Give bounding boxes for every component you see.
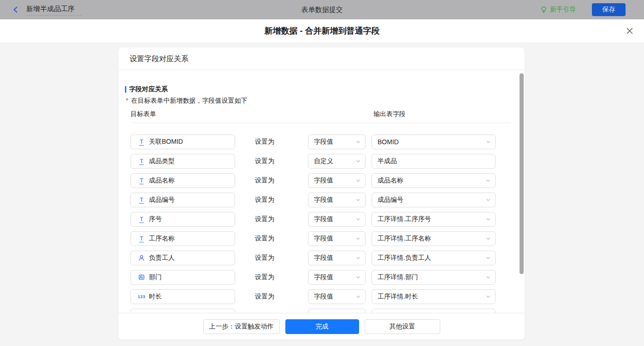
target-field-label: 序号 bbox=[149, 215, 162, 223]
target-field-label: 成品编号 bbox=[149, 196, 175, 204]
chevron-down-icon bbox=[356, 159, 360, 164]
text-field-icon: T bbox=[137, 139, 146, 146]
required-note: *在目标表单中新增数据，字段值设置如下 bbox=[126, 97, 525, 104]
chevron-down-icon bbox=[486, 140, 490, 144]
set-as-label: 设置为 bbox=[255, 273, 274, 281]
chevron-down-icon bbox=[356, 198, 360, 202]
save-button[interactable]: 保存 bbox=[592, 3, 626, 16]
output-field-label: 工序详情.时长 bbox=[378, 293, 418, 301]
mapping-row: T工序名称设置为字段值工序详情.工序名称 bbox=[130, 231, 525, 246]
output-field-select[interactable]: 工序详情.时长 bbox=[372, 289, 496, 304]
value-mode-label: 字段值 bbox=[314, 215, 333, 223]
prev-step-button[interactable]: 上一步：设置触发动作 bbox=[203, 319, 280, 334]
chevron-down-icon bbox=[356, 294, 360, 299]
set-as-label: 设置为 bbox=[255, 293, 274, 301]
set-as-label: 设置为 bbox=[255, 254, 274, 262]
value-mode-select[interactable]: 字段值 bbox=[308, 270, 366, 285]
output-field-select[interactable]: BOMID bbox=[372, 135, 496, 149]
mapping-row: 负责工人设置为字段值工序详情.负责工人 bbox=[130, 251, 525, 265]
text-field-icon: T bbox=[137, 158, 146, 165]
output-field-label: 半成品 bbox=[378, 157, 397, 165]
output-field-select[interactable]: 工序详情.负责工人 bbox=[372, 251, 496, 265]
value-mode-select[interactable]: 字段值 bbox=[308, 173, 366, 188]
value-mode-select[interactable]: 字段值 bbox=[308, 251, 366, 265]
target-field-input[interactable]: T关联BOMID bbox=[130, 135, 235, 149]
output-field-label: 工序详情.工序序号 bbox=[378, 215, 431, 223]
set-as-label: 设置为 bbox=[255, 157, 274, 165]
other-settings-button[interactable]: 其他设置 bbox=[365, 319, 440, 334]
set-as-label: 设置为 bbox=[255, 215, 274, 223]
target-field-input[interactable]: T工序名称 bbox=[130, 231, 235, 246]
target-field-input[interactable]: T成品类型 bbox=[130, 154, 235, 169]
output-field-select[interactable] bbox=[372, 309, 496, 313]
back-icon[interactable] bbox=[12, 6, 19, 13]
section-marker bbox=[125, 86, 126, 93]
text-field-icon: T bbox=[137, 235, 146, 242]
chevron-down-icon bbox=[486, 236, 490, 241]
value-mode-select[interactable]: 字段值 bbox=[308, 212, 366, 227]
dialog-body: 设置字段对应关系 字段对应关系 *在目标表单中新增数据，字段值设置如下 目标表单… bbox=[0, 42, 644, 346]
text-field-icon: T bbox=[137, 216, 146, 223]
value-mode-label: 字段值 bbox=[314, 176, 333, 185]
value-mode-select[interactable] bbox=[308, 309, 366, 313]
output-field-input[interactable]: 半成品 bbox=[372, 154, 496, 169]
chevron-down-icon bbox=[486, 256, 490, 260]
target-field-input[interactable]: T序号 bbox=[130, 212, 235, 227]
close-icon[interactable] bbox=[626, 27, 633, 35]
chevron-down-icon bbox=[356, 140, 360, 144]
value-mode-select[interactable]: 字段值 bbox=[308, 193, 366, 207]
value-mode-select[interactable]: 字段值 bbox=[308, 135, 366, 149]
user-field-icon bbox=[137, 254, 146, 262]
chevron-down-icon bbox=[356, 217, 360, 222]
target-field-label: 负责工人 bbox=[149, 254, 175, 262]
output-field-select[interactable]: 成品编号 bbox=[372, 193, 496, 207]
topbar: 表单数据提交 新增半成品工序 新手引导 保存 bbox=[0, 0, 644, 19]
output-field-label: 成品编号 bbox=[378, 196, 403, 204]
chevron-down-icon bbox=[486, 198, 490, 202]
card-footer: 上一步：设置触发动作 完成 其他设置 bbox=[118, 313, 525, 340]
text-field-icon: T bbox=[137, 177, 146, 184]
flow-name[interactable]: 新增半成品工序 bbox=[26, 4, 81, 16]
dialog-title: 新增数据 - 合并新增到普通字段 bbox=[265, 25, 380, 36]
scrollbar-thumb[interactable] bbox=[520, 73, 524, 274]
chevron-down-icon bbox=[356, 275, 360, 280]
target-field-input[interactable]: 负责工人 bbox=[130, 251, 235, 265]
target-form-header: 目标表单 bbox=[130, 111, 373, 117]
output-field-label: 工序详情.部门 bbox=[378, 273, 418, 281]
target-field-input[interactable]: 部门 bbox=[130, 270, 235, 285]
output-field-label: 工序详情.工序名称 bbox=[378, 235, 431, 243]
value-mode-label: 字段值 bbox=[314, 254, 333, 262]
mapping-row: 部门设置为字段值工序详情.部门 bbox=[130, 270, 525, 285]
text-field-icon: T bbox=[137, 197, 146, 204]
output-field-select[interactable]: 成品名称 bbox=[372, 173, 496, 188]
target-field-label: 成品类型 bbox=[149, 157, 175, 165]
value-mode-select[interactable]: 自定义 bbox=[308, 154, 366, 169]
card-title: 设置字段对应关系 bbox=[118, 47, 525, 70]
output-field-select[interactable]: 工序详情.工序序号 bbox=[372, 212, 496, 227]
chevron-down-icon bbox=[356, 178, 360, 183]
target-field-input[interactable]: 123时长 bbox=[130, 289, 235, 304]
done-button[interactable]: 完成 bbox=[285, 319, 359, 334]
department-field-icon bbox=[137, 274, 146, 281]
header-divider bbox=[130, 123, 511, 123]
target-field-label: 部门 bbox=[149, 273, 162, 281]
scroll-area: 字段对应关系 *在目标表单中新增数据，字段值设置如下 目标表单 输出表字段 T关… bbox=[118, 70, 525, 313]
value-mode-label: 字段值 bbox=[314, 196, 333, 204]
target-field-input[interactable] bbox=[130, 309, 235, 313]
output-field-select[interactable]: 工序详情.部门 bbox=[372, 270, 496, 285]
value-mode-select[interactable]: 字段值 bbox=[308, 289, 366, 304]
chevron-down-icon bbox=[356, 236, 360, 241]
value-mode-label: 字段值 bbox=[314, 273, 333, 281]
target-field-label: 工序名称 bbox=[149, 235, 175, 243]
chevron-down-icon bbox=[356, 256, 360, 260]
section-title: 字段对应关系 bbox=[125, 86, 525, 93]
set-as-label: 设置为 bbox=[255, 176, 274, 185]
mapping-row: T成品编号设置为字段值成品编号 bbox=[130, 193, 525, 207]
target-field-input[interactable]: T成品名称 bbox=[130, 173, 235, 188]
mapping-rows: T关联BOMID设置为字段值BOMIDT成品类型设置为自定义半成品T成品名称设置… bbox=[130, 135, 525, 313]
output-field-select[interactable]: 工序详情.工序名称 bbox=[372, 231, 496, 246]
beginner-guide-link[interactable]: 新手引导 bbox=[540, 6, 576, 14]
target-field-input[interactable]: T成品编号 bbox=[130, 193, 235, 207]
value-mode-label: 字段值 bbox=[314, 138, 333, 146]
value-mode-select[interactable]: 字段值 bbox=[308, 231, 366, 246]
